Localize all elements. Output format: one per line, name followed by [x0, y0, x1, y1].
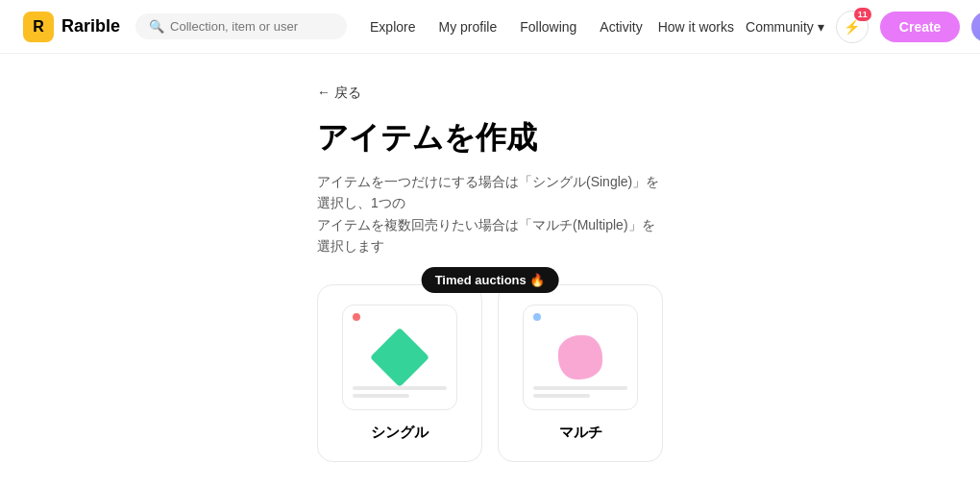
page-description: アイテムを一つだけにする場合は「シングル(Single)」を選択し、1つの アイ… — [317, 171, 663, 257]
nav-right: How it works Community ▾ ⚡ 11 Create ⛩ 🌙 — [658, 11, 980, 43]
single-card-preview — [342, 305, 457, 410]
card-line-2 — [533, 394, 590, 398]
multi-card-preview — [523, 305, 638, 410]
blob-icon — [558, 335, 602, 379]
search-icon: 🔍 — [149, 19, 164, 34]
nav-community[interactable]: Community ▾ — [746, 19, 824, 35]
card-lines-multi — [533, 386, 627, 398]
cards-row: Timed auctions 🔥 シングル — [317, 284, 663, 462]
back-label: ← 戻る — [317, 85, 361, 102]
community-label: Community — [746, 19, 814, 35]
card-line-1 — [533, 386, 627, 390]
nav-how-it-works[interactable]: How it works — [658, 19, 734, 35]
logo-text: Rarible — [61, 16, 120, 37]
create-button[interactable]: Create — [880, 12, 961, 42]
navbar: R Rarible 🔍 Explore My profile Following… — [0, 0, 980, 54]
page-title: アイテムを作成 — [317, 117, 663, 159]
nav-my-profile[interactable]: My profile — [439, 19, 498, 35]
chevron-down-icon: ▾ — [818, 19, 824, 35]
nav-following[interactable]: Following — [520, 19, 576, 35]
multi-dot — [533, 313, 541, 321]
notification-button[interactable]: ⚡ 11 — [836, 11, 869, 43]
lightning-icon: ⚡ — [844, 19, 860, 35]
single-card[interactable]: シングル — [317, 284, 482, 462]
nav-explore[interactable]: Explore — [370, 19, 415, 35]
back-link[interactable]: ← 戻る — [317, 85, 663, 102]
diamond-icon — [370, 327, 429, 386]
single-dot — [353, 313, 360, 321]
logo-icon: R — [23, 12, 54, 42]
card-line-2 — [353, 394, 409, 398]
card-lines — [353, 386, 447, 398]
main-content: ← 戻る アイテムを作成 アイテムを一つだけにする場合は「シングル(Single… — [0, 54, 980, 488]
search-input[interactable] — [170, 19, 333, 34]
notification-badge: 11 — [854, 8, 871, 22]
search-bar[interactable]: 🔍 — [135, 13, 347, 39]
card-line-1 — [353, 386, 447, 390]
timed-auctions-tooltip: Timed auctions 🔥 — [422, 267, 559, 293]
logo[interactable]: R Rarible — [23, 12, 120, 42]
nav-links: Explore My profile Following Activity — [370, 19, 643, 35]
nav-activity[interactable]: Activity — [600, 19, 642, 35]
multi-card-label: マルチ — [559, 424, 602, 442]
single-card-label: シングル — [371, 424, 429, 442]
avatar[interactable]: ⛩ — [971, 12, 980, 42]
multi-card[interactable]: マルチ — [498, 284, 663, 462]
